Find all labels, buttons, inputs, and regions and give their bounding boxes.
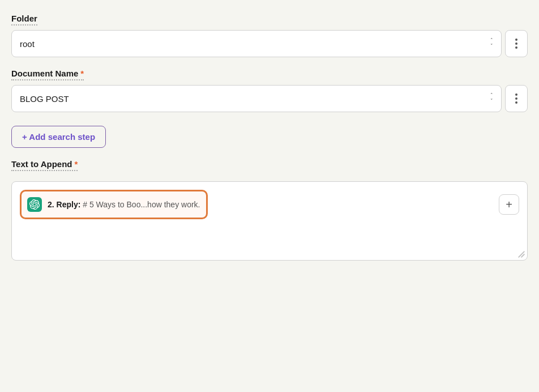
token-content: # 5 Ways to Boo...how they work. — [80, 200, 200, 209]
folder-chevron-icon: ˄ ˅ — [490, 38, 493, 49]
folder-select-row: root ˄ ˅ — [11, 30, 528, 57]
add-search-step-button[interactable]: + Add search step — [11, 126, 106, 148]
text-append-section: Text to Append* 2. Reply: # 5 Ways to Bo… — [11, 159, 528, 261]
folder-select[interactable]: root ˄ ˅ — [11, 30, 502, 57]
add-token-button[interactable]: + — [499, 194, 519, 215]
resize-handle[interactable] — [517, 250, 525, 258]
token-row: 2. Reply: # 5 Ways to Boo...how they wor… — [20, 190, 519, 219]
document-name-more-icon — [515, 93, 517, 104]
text-to-append-label: Text to Append* — [11, 159, 78, 171]
document-name-section: Document Name* BLOG POST ˄ ˅ — [11, 69, 528, 112]
document-name-label: Document Name* — [11, 69, 84, 80]
token-prefix: 2. Reply: — [48, 200, 80, 209]
token-openai-icon — [27, 197, 42, 212]
folder-section: Folder root ˄ ˅ — [11, 14, 528, 57]
add-search-step-section: + Add search step — [11, 123, 528, 148]
document-name-more-button[interactable] — [505, 85, 528, 112]
folder-label: Folder — [11, 14, 37, 25]
token-highlighted-area[interactable]: 2. Reply: # 5 Ways to Boo...how they wor… — [20, 190, 208, 219]
document-name-select-row: BLOG POST ˄ ˅ — [11, 85, 528, 112]
document-name-value: BLOG POST — [20, 94, 490, 104]
token-text: 2. Reply: # 5 Ways to Boo...how they wor… — [48, 200, 200, 209]
required-star: * — [80, 69, 84, 78]
text-append-required-star: * — [75, 159, 78, 169]
document-name-chevron-icon: ˄ ˅ — [490, 93, 493, 104]
text-append-textarea[interactable]: 2. Reply: # 5 Ways to Boo...how they wor… — [11, 181, 528, 261]
add-search-step-label: + Add search step — [22, 132, 95, 142]
folder-more-icon — [515, 39, 517, 49]
folder-value: root — [20, 39, 490, 49]
document-name-select[interactable]: BLOG POST ˄ ˅ — [11, 85, 502, 112]
folder-more-button[interactable] — [505, 30, 528, 57]
add-token-icon: + — [506, 198, 512, 211]
